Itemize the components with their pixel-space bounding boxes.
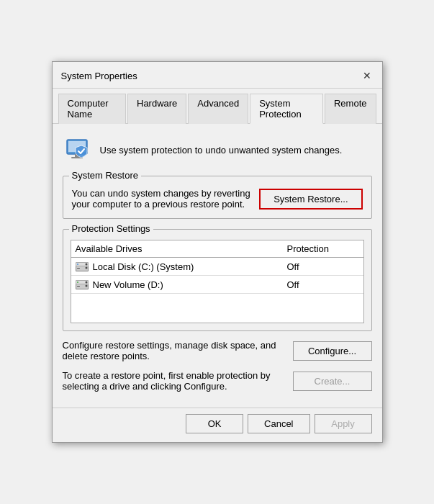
drive-name-1: New Volume (D:) <box>76 279 287 290</box>
drive-name-0: Local Disk (C:) (System) <box>76 261 287 272</box>
configure-button[interactable]: Configure... <box>293 341 372 361</box>
drive-icon-1 <box>76 279 90 290</box>
configure-row: Configure restore settings, manage disk … <box>63 340 372 361</box>
tabs-container: Computer Name Hardware Advanced System P… <box>53 89 382 123</box>
system-restore-description: You can undo system changes by reverting… <box>72 188 251 210</box>
ok-button[interactable]: OK <box>186 414 243 433</box>
apply-button[interactable]: Apply <box>315 414 372 433</box>
table-row[interactable]: New Volume (D:) Off <box>71 276 363 294</box>
system-properties-dialog: System Properties ✕ Computer Name Hardwa… <box>52 61 383 443</box>
create-row: To create a restore point, first enable … <box>63 370 372 392</box>
cancel-button[interactable]: Cancel <box>248 414 309 433</box>
svg-point-8 <box>85 267 87 269</box>
col-drives: Available Drives <box>76 243 287 254</box>
system-protection-icon <box>63 135 91 164</box>
system-restore-legend: System Restore <box>69 170 141 181</box>
svg-rect-18 <box>77 286 80 287</box>
title-bar: System Properties ✕ <box>53 62 382 89</box>
info-text: Use system protection to undo unwanted s… <box>100 145 343 156</box>
drives-table: Available Drives Protection <box>71 240 364 323</box>
protection-settings-section: Protection Settings Available Drives Pro… <box>63 229 372 331</box>
svg-point-17 <box>85 282 87 284</box>
protection-0: Off <box>287 261 359 272</box>
table-empty-space <box>71 294 363 323</box>
svg-point-16 <box>85 285 87 287</box>
svg-point-11 <box>77 264 78 265</box>
tab-content: Use system protection to undo unwanted s… <box>53 123 382 408</box>
col-protection: Protection <box>287 243 359 254</box>
tab-hardware[interactable]: Hardware <box>127 94 186 124</box>
tab-advanced[interactable]: Advanced <box>188 94 248 124</box>
tab-system-protection[interactable]: System Protection <box>250 94 323 124</box>
protection-1: Off <box>287 279 359 290</box>
tab-remote[interactable]: Remote <box>325 94 376 124</box>
table-row[interactable]: Local Disk (C:) (System) Off <box>71 258 363 276</box>
system-restore-content: You can undo system changes by reverting… <box>72 188 363 210</box>
drive-label-1: New Volume (D:) <box>93 279 163 290</box>
configure-description: Configure restore settings, manage disk … <box>63 340 284 361</box>
drive-icon-0 <box>76 261 90 272</box>
svg-rect-10 <box>77 268 80 269</box>
drive-label-0: Local Disk (C:) (System) <box>93 261 194 272</box>
system-icon-svg <box>63 135 91 164</box>
dialog-title: System Properties <box>61 71 137 81</box>
create-description: To create a restore point, first enable … <box>63 370 284 392</box>
table-header: Available Drives Protection <box>71 240 363 258</box>
svg-point-9 <box>85 264 87 266</box>
tab-computer-name[interactable]: Computer Name <box>58 94 127 124</box>
info-row: Use system protection to undo unwanted s… <box>63 135 372 164</box>
svg-point-19 <box>77 282 78 283</box>
system-restore-section: System Restore You can undo system chang… <box>63 176 372 219</box>
system-restore-button[interactable]: System Restore... <box>259 189 362 210</box>
close-button[interactable]: ✕ <box>359 68 375 84</box>
create-button[interactable]: Create... <box>293 372 372 391</box>
bottom-buttons: OK Cancel Apply <box>53 408 382 442</box>
protection-settings-legend: Protection Settings <box>69 223 153 234</box>
